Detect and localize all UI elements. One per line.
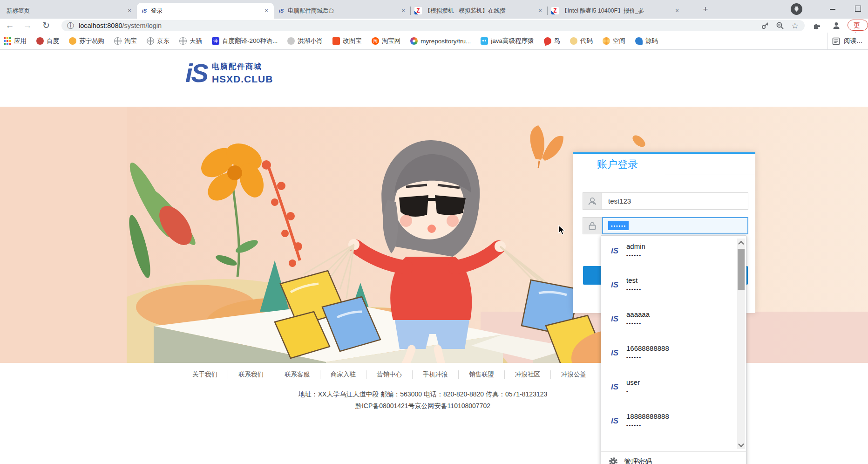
autofill-suggestion[interactable]: aaaaaa •••••• (601, 306, 736, 340)
footer-link[interactable]: 联系客服 (274, 370, 320, 379)
footer-icp-line: 黔ICP备08001421号京公网安备110108007702 (190, 400, 656, 412)
extension-badge-icon[interactable] (791, 3, 802, 15)
autofill-suggestion[interactable]: 16688888888 •••••• (601, 340, 736, 374)
bookmark-item[interactable]: 淘宝 (114, 37, 137, 45)
autofill-suggestion[interactable]: user • (601, 374, 736, 408)
tab-title: 登录 (151, 7, 263, 15)
password-row: •••••• (583, 217, 748, 234)
back-button[interactable]: ← (4, 20, 16, 32)
footer-link[interactable]: 销售联盟 (458, 370, 504, 379)
bookmark-item[interactable]: 改图宝 (332, 37, 362, 45)
bookmark-item[interactable]: myrepository/tru... (410, 37, 471, 45)
autofill-username: aaaaaa (626, 310, 650, 318)
tab-favicon-icon (278, 7, 285, 14)
tab-close-icon[interactable]: × (263, 7, 270, 14)
site-logo[interactable]: iS 电脑配件商城 HSXD.CLUB (185, 60, 273, 86)
gear-icon (609, 457, 618, 464)
footer-link[interactable]: 商家入驻 (320, 370, 366, 379)
bookmark-favicon-icon (372, 37, 379, 45)
browser-tab[interactable]: 新标签页 × (0, 3, 137, 19)
address-bar[interactable]: ⓘ localhost:8080/system/login ☆ (61, 20, 805, 31)
window-restore-button[interactable] (855, 6, 861, 12)
bookmark-label: 淘宝 (124, 37, 137, 45)
browser-tab[interactable]: 【Intel 酷睿i5 10400F】报价_参 × (548, 3, 685, 19)
autofill-masked-password: •••••• (626, 321, 650, 326)
footer-link[interactable]: 营销中心 (366, 370, 412, 379)
autofill-text: 18888888888 •••••• (626, 412, 669, 442)
password-input[interactable]: •••••• (602, 217, 748, 234)
bookmark-item[interactable]: 京东 (147, 37, 170, 45)
tab-close-icon[interactable]: × (673, 7, 681, 14)
reload-button[interactable]: ↻ (40, 20, 52, 32)
bookmark-item[interactable]: 源码 (635, 37, 658, 45)
scroll-down-icon[interactable] (738, 441, 744, 447)
footer-link[interactable]: 关于我们 (182, 370, 228, 379)
window-minimize-button[interactable] (830, 9, 835, 10)
dropdown-scrollbar[interactable] (737, 239, 745, 449)
autofill-masked-password: •••••• (626, 355, 669, 360)
bookmark-item[interactable]: 百度翻译-200种语... (212, 37, 278, 45)
footer-link[interactable]: 手机冲浪 (412, 370, 458, 379)
bookmark-item[interactable]: java高级程序猿 (481, 37, 534, 45)
bookmark-favicon-icon (69, 37, 76, 45)
extensions-puzzle-icon[interactable] (811, 20, 822, 31)
footer-link[interactable]: 联系我们 (228, 370, 274, 379)
tab-close-icon[interactable]: × (536, 7, 544, 14)
username-input[interactable] (602, 192, 748, 210)
tab-close-icon[interactable]: × (126, 7, 133, 14)
bookmark-favicon-icon (570, 37, 577, 45)
manage-passwords-item[interactable]: 管理密码 (601, 457, 746, 464)
bookmark-item[interactable]: 应用 (4, 37, 27, 45)
autofill-username: 16688888888 (626, 344, 669, 352)
browser-tab[interactable]: 登录 × (137, 3, 274, 19)
footer-address-line: 地址：XX大学乌江大道中段 邮编：563000 电话：820-820-8820 … (190, 389, 656, 400)
tab-title: 新标签页 (7, 7, 126, 15)
bookmark-item[interactable]: 鸟 (544, 37, 561, 45)
password-autofill-dropdown: admin •••••• test •••••• aaaaaa •••••• (601, 235, 746, 464)
bookmark-item[interactable]: 洪湖小肖 (287, 37, 323, 45)
autofill-suggestion[interactable]: 18888888888 •••••• (601, 408, 736, 442)
footer-link[interactable]: 冲浪公益 (550, 370, 597, 379)
scrollbar-thumb[interactable] (738, 249, 745, 290)
new-tab-button[interactable]: + (699, 4, 712, 16)
bookmark-label: 百度翻译-200种语... (222, 37, 278, 45)
bookmark-label: 改图宝 (343, 37, 362, 45)
bookmark-item[interactable]: 空间 (603, 37, 625, 45)
bookmark-favicon-icon (179, 37, 187, 45)
autofill-text: test •••••• (626, 276, 642, 306)
tab-close-icon[interactable]: × (400, 7, 407, 14)
bookmark-item[interactable]: 天猫 (179, 37, 202, 45)
site-favicon-icon (609, 313, 621, 325)
password-key-icon[interactable] (760, 20, 770, 31)
browser-tab[interactable]: 【模拟攒机 - 模拟装机】在线攒 × (411, 3, 548, 19)
bookmark-item[interactable]: 百度 (36, 37, 59, 45)
bookmark-item[interactable]: 代码 (570, 37, 593, 45)
autofill-username: user (626, 378, 640, 386)
reading-list-button[interactable]: 阅读清单 (827, 33, 865, 49)
zoom-out-icon[interactable] (775, 20, 785, 31)
autofill-masked-password: •••••• (626, 253, 645, 258)
bookmark-label: 源码 (645, 37, 658, 45)
bookmark-favicon-icon (147, 37, 154, 45)
bookmark-star-icon[interactable]: ☆ (790, 20, 800, 31)
scroll-up-icon[interactable] (738, 241, 744, 247)
bookmark-item[interactable]: 淘宝网 (372, 37, 401, 45)
autofill-suggestion[interactable]: test •••••• (601, 272, 736, 306)
browser-tab[interactable]: 电脑配件商城后台 × (274, 3, 411, 19)
login-title: 账户登录 (597, 157, 638, 171)
forward-button[interactable]: → (21, 20, 34, 32)
bookmark-favicon-icon (635, 37, 643, 45)
lock-icon (583, 217, 602, 234)
autofill-username: admin (626, 242, 645, 250)
autofill-suggestion[interactable]: admin •••••• (601, 238, 736, 272)
footer-link[interactable]: 冲浪社区 (504, 370, 550, 379)
bookmark-favicon-icon (410, 37, 418, 45)
bookmark-label: 苏宁易购 (79, 37, 104, 45)
manage-passwords-label: 管理密码 (624, 457, 652, 464)
profile-avatar-icon[interactable] (831, 20, 842, 31)
browser-update-button[interactable]: 更新 (848, 20, 868, 31)
site-info-icon[interactable]: ⓘ (67, 21, 74, 30)
autofill-list: admin •••••• test •••••• aaaaaa •••••• (601, 238, 736, 442)
autofill-text: aaaaaa •••••• (626, 310, 650, 340)
bookmark-item[interactable]: 苏宁易购 (69, 37, 104, 45)
